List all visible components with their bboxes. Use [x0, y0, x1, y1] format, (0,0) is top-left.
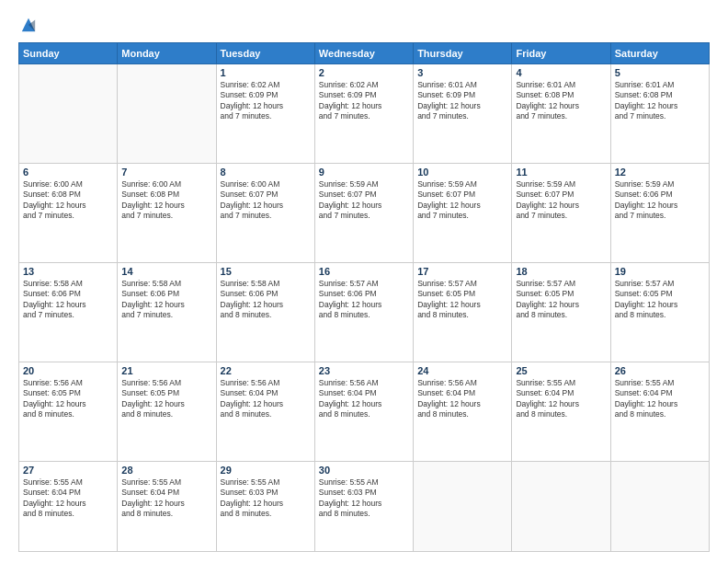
calendar-cell: 4Sunrise: 6:01 AM Sunset: 6:08 PM Daylig… — [512, 64, 610, 164]
calendar-cell: 28Sunrise: 5:55 AM Sunset: 6:04 PM Dayli… — [118, 461, 216, 551]
logo — [18, 17, 37, 33]
calendar-cell: 13Sunrise: 5:58 AM Sunset: 6:06 PM Dayli… — [19, 262, 118, 362]
cell-info: Sunrise: 6:00 AM Sunset: 6:08 PM Dayligh… — [23, 179, 113, 222]
cell-info: Sunrise: 5:58 AM Sunset: 6:06 PM Dayligh… — [121, 279, 211, 321]
calendar-cell: 15Sunrise: 5:58 AM Sunset: 6:06 PM Dayli… — [216, 262, 314, 362]
weekday-header-tuesday: Tuesday — [216, 43, 314, 64]
calendar-cell — [19, 64, 118, 164]
day-number: 27 — [23, 465, 113, 476]
calendar-cell: 3Sunrise: 6:01 AM Sunset: 6:09 PM Daylig… — [414, 64, 512, 164]
cell-info: Sunrise: 6:02 AM Sunset: 6:09 PM Dayligh… — [319, 80, 409, 122]
cell-info: Sunrise: 5:56 AM Sunset: 6:05 PM Dayligh… — [23, 378, 113, 420]
page: SundayMondayTuesdayWednesdayThursdayFrid… — [0, 0, 728, 563]
cell-info: Sunrise: 5:58 AM Sunset: 6:06 PM Dayligh… — [221, 279, 311, 321]
calendar-cell: 8Sunrise: 6:00 AM Sunset: 6:07 PM Daylig… — [216, 163, 314, 262]
day-number: 14 — [121, 266, 211, 277]
calendar-cell — [610, 461, 709, 551]
calendar-cell: 19Sunrise: 5:57 AM Sunset: 6:05 PM Dayli… — [610, 262, 709, 362]
day-number: 10 — [417, 167, 507, 178]
day-number: 8 — [221, 167, 311, 178]
cell-info: Sunrise: 5:59 AM Sunset: 6:07 PM Dayligh… — [417, 179, 507, 222]
calendar-cell: 25Sunrise: 5:55 AM Sunset: 6:04 PM Dayli… — [512, 362, 610, 461]
calendar-week-1: 1Sunrise: 6:02 AM Sunset: 6:09 PM Daylig… — [19, 64, 710, 164]
cell-info: Sunrise: 6:00 AM Sunset: 6:07 PM Dayligh… — [221, 179, 311, 222]
calendar-cell: 17Sunrise: 5:57 AM Sunset: 6:05 PM Dayli… — [414, 262, 512, 362]
calendar-cell: 24Sunrise: 5:56 AM Sunset: 6:04 PM Dayli… — [414, 362, 512, 461]
calendar-cell: 20Sunrise: 5:56 AM Sunset: 6:05 PM Dayli… — [19, 362, 118, 461]
calendar-cell: 22Sunrise: 5:56 AM Sunset: 6:04 PM Dayli… — [216, 362, 314, 461]
day-number: 6 — [23, 167, 113, 178]
weekday-header-wednesday: Wednesday — [314, 43, 413, 64]
calendar-cell: 11Sunrise: 5:59 AM Sunset: 6:07 PM Dayli… — [512, 163, 610, 262]
cell-info: Sunrise: 5:56 AM Sunset: 6:04 PM Dayligh… — [221, 378, 311, 420]
day-number: 4 — [516, 67, 606, 78]
cell-info: Sunrise: 5:55 AM Sunset: 6:04 PM Dayligh… — [516, 378, 606, 420]
cell-info: Sunrise: 5:58 AM Sunset: 6:06 PM Dayligh… — [23, 279, 113, 321]
cell-info: Sunrise: 6:02 AM Sunset: 6:09 PM Dayligh… — [221, 80, 311, 122]
cell-info: Sunrise: 5:56 AM Sunset: 6:04 PM Dayligh… — [319, 378, 409, 420]
day-number: 22 — [221, 365, 311, 376]
day-number: 1 — [221, 67, 311, 78]
day-number: 5 — [615, 67, 705, 78]
calendar-cell: 9Sunrise: 5:59 AM Sunset: 6:07 PM Daylig… — [314, 163, 413, 262]
calendar-cell: 27Sunrise: 5:55 AM Sunset: 6:04 PM Dayli… — [19, 461, 118, 551]
day-number: 29 — [221, 465, 311, 476]
calendar-cell: 21Sunrise: 5:56 AM Sunset: 6:05 PM Dayli… — [118, 362, 216, 461]
calendar-cell — [414, 461, 512, 551]
day-number: 19 — [615, 266, 705, 277]
day-number: 21 — [121, 365, 211, 376]
cell-info: Sunrise: 5:57 AM Sunset: 6:05 PM Dayligh… — [417, 279, 507, 321]
calendar-cell: 14Sunrise: 5:58 AM Sunset: 6:06 PM Dayli… — [118, 262, 216, 362]
cell-info: Sunrise: 6:01 AM Sunset: 6:08 PM Dayligh… — [516, 80, 606, 122]
cell-info: Sunrise: 5:57 AM Sunset: 6:05 PM Dayligh… — [615, 279, 705, 321]
cell-info: Sunrise: 5:56 AM Sunset: 6:04 PM Dayligh… — [417, 378, 507, 420]
weekday-header-monday: Monday — [118, 43, 216, 64]
calendar-cell — [118, 64, 216, 164]
weekday-header-saturday: Saturday — [610, 43, 709, 64]
cell-info: Sunrise: 5:59 AM Sunset: 6:07 PM Dayligh… — [319, 179, 409, 222]
calendar-week-5: 27Sunrise: 5:55 AM Sunset: 6:04 PM Dayli… — [19, 461, 710, 551]
day-number: 2 — [319, 67, 409, 78]
cell-info: Sunrise: 5:57 AM Sunset: 6:05 PM Dayligh… — [516, 279, 606, 321]
day-number: 18 — [516, 266, 606, 277]
calendar-cell: 6Sunrise: 6:00 AM Sunset: 6:08 PM Daylig… — [19, 163, 118, 262]
day-number: 23 — [319, 365, 409, 376]
calendar-cell: 29Sunrise: 5:55 AM Sunset: 6:03 PM Dayli… — [216, 461, 314, 551]
cell-info: Sunrise: 5:55 AM Sunset: 6:04 PM Dayligh… — [615, 378, 705, 420]
day-number: 16 — [319, 266, 409, 277]
calendar-week-4: 20Sunrise: 5:56 AM Sunset: 6:05 PM Dayli… — [19, 362, 710, 461]
day-number: 30 — [319, 465, 409, 476]
day-number: 28 — [121, 465, 211, 476]
day-number: 3 — [417, 67, 507, 78]
day-number: 17 — [417, 266, 507, 277]
weekday-header-thursday: Thursday — [414, 43, 512, 64]
cell-info: Sunrise: 5:55 AM Sunset: 6:03 PM Dayligh… — [221, 477, 311, 520]
calendar-cell: 23Sunrise: 5:56 AM Sunset: 6:04 PM Dayli… — [314, 362, 413, 461]
day-number: 13 — [23, 266, 113, 277]
calendar-cell: 7Sunrise: 6:00 AM Sunset: 6:08 PM Daylig… — [118, 163, 216, 262]
day-number: 24 — [417, 365, 507, 376]
cell-info: Sunrise: 6:01 AM Sunset: 6:08 PM Dayligh… — [615, 80, 705, 122]
calendar-cell: 26Sunrise: 5:55 AM Sunset: 6:04 PM Dayli… — [610, 362, 709, 461]
day-number: 26 — [615, 365, 705, 376]
calendar-cell: 16Sunrise: 5:57 AM Sunset: 6:06 PM Dayli… — [314, 262, 413, 362]
logo-text — [18, 17, 37, 33]
calendar-week-3: 13Sunrise: 5:58 AM Sunset: 6:06 PM Dayli… — [19, 262, 710, 362]
cell-info: Sunrise: 5:55 AM Sunset: 6:03 PM Dayligh… — [319, 477, 409, 520]
calendar-cell: 5Sunrise: 6:01 AM Sunset: 6:08 PM Daylig… — [610, 64, 709, 164]
day-number: 15 — [221, 266, 311, 277]
calendar-cell: 10Sunrise: 5:59 AM Sunset: 6:07 PM Dayli… — [414, 163, 512, 262]
calendar-cell: 2Sunrise: 6:02 AM Sunset: 6:09 PM Daylig… — [314, 64, 413, 164]
cell-info: Sunrise: 6:01 AM Sunset: 6:09 PM Dayligh… — [417, 80, 507, 122]
calendar-cell — [512, 461, 610, 551]
cell-info: Sunrise: 5:57 AM Sunset: 6:06 PM Dayligh… — [319, 279, 409, 321]
cell-info: Sunrise: 5:59 AM Sunset: 6:07 PM Dayligh… — [516, 179, 606, 222]
weekday-header-row: SundayMondayTuesdayWednesdayThursdayFrid… — [19, 43, 710, 64]
calendar-cell: 12Sunrise: 5:59 AM Sunset: 6:06 PM Dayli… — [610, 163, 709, 262]
calendar-cell: 1Sunrise: 6:02 AM Sunset: 6:09 PM Daylig… — [216, 64, 314, 164]
weekday-header-friday: Friday — [512, 43, 610, 64]
cell-info: Sunrise: 5:59 AM Sunset: 6:06 PM Dayligh… — [615, 179, 705, 222]
day-number: 11 — [516, 167, 606, 178]
calendar-cell: 30Sunrise: 5:55 AM Sunset: 6:03 PM Dayli… — [314, 461, 413, 551]
calendar-cell: 18Sunrise: 5:57 AM Sunset: 6:05 PM Dayli… — [512, 262, 610, 362]
